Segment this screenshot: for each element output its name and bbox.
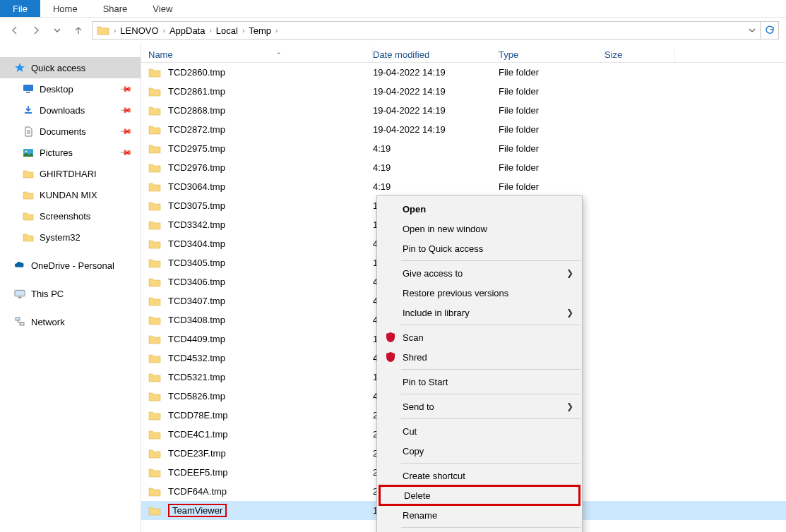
file-row[interactable]: TCD2860.tmp19-04-2022 14:19File folder bbox=[141, 63, 786, 82]
file-name: TCDF64A.tmp bbox=[168, 486, 227, 497]
column-name[interactable]: Name⌃ bbox=[141, 47, 373, 62]
file-name: TCD3064.tmp bbox=[168, 181, 225, 192]
folder-icon bbox=[148, 449, 161, 459]
sidebar-folder[interactable]: KUNDAN MIX bbox=[0, 184, 141, 205]
sidebar-folder[interactable]: GHIRTDHARI bbox=[0, 163, 141, 184]
folder-icon bbox=[148, 392, 161, 401]
chevron-right-icon: › bbox=[208, 27, 213, 35]
file-date: 19-04-2022 14:19 bbox=[373, 86, 499, 97]
file-row[interactable]: TCD2868.tmp19-04-2022 14:19File folder bbox=[141, 101, 786, 120]
sidebar-label: Desktop bbox=[40, 84, 73, 95]
ribbon-tab-share[interactable]: Share bbox=[90, 0, 141, 17]
column-date[interactable]: Date modified bbox=[373, 47, 499, 62]
file-type: File folder bbox=[499, 86, 605, 97]
sidebar-pictures[interactable]: Pictures 📌 bbox=[0, 142, 141, 163]
sidebar-this-pc[interactable]: This PC bbox=[0, 283, 141, 304]
nav-back-button[interactable] bbox=[7, 23, 23, 38]
address-bar[interactable]: › LENOVO › AppData › Local › Temp › bbox=[92, 21, 761, 40]
ctx-scan[interactable]: Scan bbox=[377, 327, 582, 347]
ctx-send-to[interactable]: Send to❯ bbox=[377, 397, 582, 416]
sidebar-quick-access[interactable]: Quick access bbox=[0, 57, 141, 78]
ctx-pin-start[interactable]: Pin to Start bbox=[377, 372, 582, 392]
folder-icon bbox=[23, 233, 34, 242]
sidebar-label: Network bbox=[31, 317, 65, 327]
folder-icon bbox=[148, 411, 161, 421]
nav-recent-dropdown[interactable] bbox=[49, 23, 65, 38]
file-name: TCD4409.tmp bbox=[168, 334, 225, 344]
file-name: TCDE23F.tmp bbox=[168, 448, 226, 459]
ctx-copy[interactable]: Copy bbox=[377, 441, 582, 461]
file-row[interactable]: TCD2861.tmp19-04-2022 14:19File folder bbox=[141, 82, 786, 101]
chevron-right-icon: › bbox=[112, 27, 117, 35]
file-row[interactable]: TCD2872.tmp19-04-2022 14:19File folder bbox=[141, 120, 786, 139]
nav-up-button[interactable] bbox=[71, 23, 86, 38]
file-type: File folder bbox=[499, 124, 605, 135]
folder-icon bbox=[148, 144, 161, 154]
sidebar-label: Documents bbox=[40, 126, 86, 137]
menu-separator bbox=[401, 260, 580, 261]
ribbon-tab-home[interactable]: Home bbox=[40, 0, 90, 17]
column-size[interactable]: Size bbox=[605, 47, 675, 62]
sidebar-folder[interactable]: System32 bbox=[0, 226, 141, 248]
ribbon-tab-view[interactable]: View bbox=[140, 0, 185, 17]
folder-icon bbox=[148, 68, 161, 78]
ctx-pin-quick-access[interactable]: Pin to Quick access bbox=[377, 238, 582, 258]
folder-icon bbox=[148, 106, 161, 116]
folder-icon bbox=[148, 201, 161, 211]
svg-rect-5 bbox=[18, 296, 22, 298]
pin-icon: 📌 bbox=[119, 145, 132, 159]
column-headers: Name⌃ Date modified Type Size bbox=[141, 43, 786, 63]
refresh-button[interactable] bbox=[761, 21, 779, 40]
breadcrumb-item[interactable]: AppData bbox=[169, 25, 206, 36]
file-row[interactable]: TCD3064.tmp4:19File folder bbox=[141, 177, 786, 196]
folder-icon bbox=[148, 125, 161, 135]
pin-icon: 📌 bbox=[119, 82, 132, 95]
file-type: File folder bbox=[499, 105, 605, 116]
ctx-give-access-to[interactable]: Give access to❯ bbox=[377, 263, 582, 283]
svg-rect-7 bbox=[20, 322, 24, 325]
sidebar-folder[interactable]: Screenshots bbox=[0, 205, 141, 226]
network-icon bbox=[14, 317, 25, 327]
context-menu: Open Open in new window Pin to Quick acc… bbox=[376, 195, 583, 532]
ctx-include-library[interactable]: Include in library❯ bbox=[377, 303, 582, 322]
ctx-cut[interactable]: Cut bbox=[377, 421, 582, 441]
file-row[interactable]: TCD2976.tmp4:19File folder bbox=[141, 158, 786, 177]
menu-separator bbox=[401, 463, 580, 464]
breadcrumb-item[interactable]: Local bbox=[216, 25, 238, 36]
sidebar-desktop[interactable]: Desktop 📌 bbox=[0, 78, 141, 99]
ctx-open[interactable]: Open bbox=[377, 199, 582, 219]
sidebar-network[interactable]: Network bbox=[0, 311, 141, 332]
folder-icon bbox=[148, 506, 161, 516]
ctx-shred[interactable]: Shred bbox=[377, 347, 582, 367]
ctx-open-new-window[interactable]: Open in new window bbox=[377, 219, 582, 238]
file-row[interactable]: TCD2975.tmp4:19File folder bbox=[141, 139, 786, 158]
folder-icon bbox=[148, 487, 161, 497]
breadcrumb-item[interactable]: Temp bbox=[249, 25, 271, 36]
breadcrumb-item[interactable]: LENOVO bbox=[120, 25, 158, 36]
nav-forward-button[interactable] bbox=[28, 23, 44, 38]
navigation-bar: › LENOVO › AppData › Local › Temp › bbox=[0, 18, 786, 43]
documents-icon bbox=[23, 126, 34, 137]
file-type: File folder bbox=[499, 67, 605, 78]
ctx-restore-versions[interactable]: Restore previous versions bbox=[377, 283, 582, 303]
file-type: File folder bbox=[499, 143, 605, 154]
desktop-icon bbox=[23, 84, 34, 94]
sidebar-downloads[interactable]: Downloads 📌 bbox=[0, 99, 141, 121]
sidebar-label: KUNDAN MIX bbox=[40, 190, 97, 200]
pin-icon: 📌 bbox=[119, 124, 132, 138]
file-name: TCDD78E.tmp bbox=[168, 410, 228, 421]
ctx-delete[interactable]: Delete bbox=[379, 485, 580, 506]
address-dropdown-icon[interactable] bbox=[749, 27, 756, 34]
folder-icon bbox=[148, 163, 161, 173]
sidebar-label: Downloads bbox=[40, 105, 85, 116]
folder-icon bbox=[23, 191, 34, 200]
folder-icon bbox=[148, 239, 161, 249]
ribbon-file-tab[interactable]: File bbox=[0, 0, 40, 17]
folder-icon bbox=[148, 373, 161, 382]
column-type[interactable]: Type bbox=[499, 47, 605, 62]
sidebar-onedrive[interactable]: OneDrive - Personal bbox=[0, 255, 141, 276]
sidebar-documents[interactable]: Documents 📌 bbox=[0, 121, 141, 142]
ctx-create-shortcut[interactable]: Create shortcut bbox=[377, 466, 582, 485]
sidebar-label: GHIRTDHARI bbox=[40, 169, 97, 179]
ctx-rename[interactable]: Rename bbox=[377, 505, 582, 525]
